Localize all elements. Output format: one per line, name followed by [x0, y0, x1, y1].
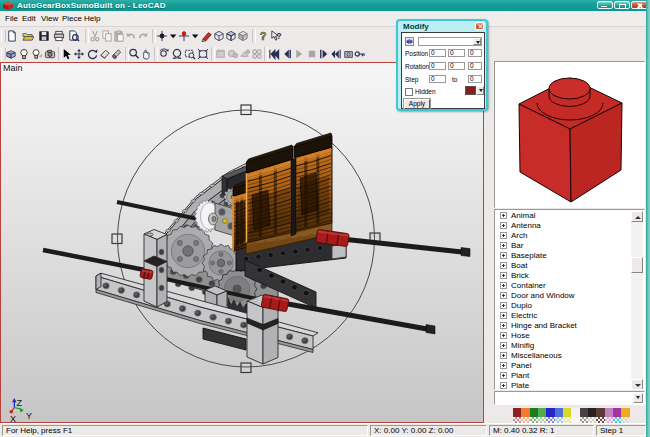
svg-text:X: X — [10, 414, 16, 422]
svg-text:?: ? — [276, 31, 281, 41]
svg-text:Z: Z — [17, 398, 23, 408]
svg-text:Y: Y — [26, 411, 32, 421]
svg-text:?: ? — [260, 30, 267, 42]
